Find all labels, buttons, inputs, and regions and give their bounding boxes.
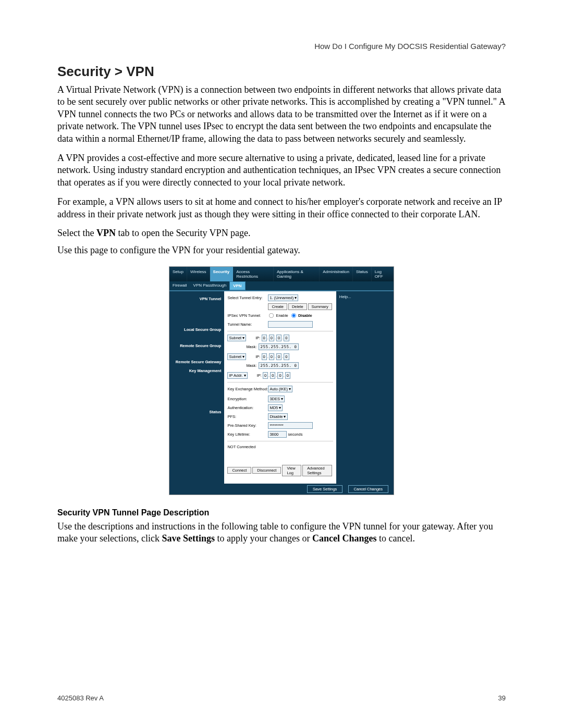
router-screenshot: Setup Wireless Security Access Restricti… [169,266,394,495]
pfs-label: PFS: [227,414,268,419]
tab-status[interactable]: Status [353,267,372,281]
desc-d: Cancel Changes [312,533,377,544]
key-exchange-select[interactable]: Auto (IKE) ▾ [268,386,292,392]
status-value: NOT Connected [227,445,255,449]
page-footer: 4025083 Rev A 39 [57,694,506,702]
footer-left: 4025083 Rev A [57,694,104,702]
delete-button[interactable]: Delete [288,303,307,310]
local-ip-input[interactable]: 0.0.0.0 [262,336,289,340]
ip-label-2: IP: [255,354,260,359]
label-remote-secure-gateway: Remote Secure Gateway [173,360,221,364]
bottom-bar: Save Settings Cancel Changes [169,484,394,495]
ipsec-disable-radio[interactable] [291,313,296,318]
tab-access-restrictions[interactable]: Access Restrictions [233,267,274,281]
p4-text-a: Select the [57,228,96,238]
p4-bold: VPN [96,228,116,238]
desc-b: Save Settings [162,533,215,544]
desc-c: to apply your changes or [215,533,312,544]
label-local-secure-group: Local Secure Group [173,327,221,332]
paragraph-4: Select the VPN tab to open the Security … [57,228,506,239]
panel: VPN Tunnel Local Secure Group Remote Sec… [169,291,394,484]
section-title: Security > VPN [57,64,506,80]
key-lifetime-input[interactable]: 3600 [268,431,287,438]
tunnel-name-label: Tunnel Name: [227,322,268,327]
encryption-label: Encryption: [227,397,268,401]
paragraph-1: A Virtual Private Network (VPN) is a con… [57,84,506,145]
main-tabs: Setup Wireless Security Access Restricti… [169,267,394,281]
tab-administration[interactable]: Administration [320,267,353,281]
tab-setup[interactable]: Setup [169,267,187,281]
select-tunnel-entry[interactable]: 1. (Unnamed) ▾ [268,294,298,301]
ip-label: IP: [255,336,260,340]
tab-security[interactable]: Security [210,267,234,281]
description-paragraph: Use the descriptions and instructions in… [57,521,506,545]
psk-input[interactable]: ********* [268,422,313,429]
select-tunnel-entry-label: Select Tunnel Entry: [227,295,268,300]
tunnel-name-input[interactable] [268,321,313,328]
page-number: 39 [498,694,506,702]
connect-button[interactable]: Connect [227,467,251,474]
ipsec-enable-radio[interactable] [269,313,274,318]
key-lifetime-label: Key Lifetime: [227,432,268,437]
auth-label: Authentication: [227,405,268,410]
remote-group-type[interactable]: Subnet ▾ [227,353,246,360]
disable-label: Disable [298,313,312,318]
label-key-management: Key Management [173,368,221,373]
gateway-type[interactable]: IP Addr. ▾ [227,372,247,379]
help-panel: Help... [336,291,394,484]
subtab-firewall[interactable]: Firewall [169,281,190,290]
summary-button[interactable]: Summary [308,303,332,310]
remote-mask-input[interactable]: 255.255.255. 0 [259,362,298,369]
seconds-label: seconds [288,432,302,437]
sub-tabs: Firewall VPN Passthrough VPN [169,281,394,291]
local-mask-input[interactable]: 255.255.255. 0 [259,343,298,350]
psk-label: Pre-Shared Key: [227,423,268,428]
create-button[interactable]: Create [268,303,287,310]
cancel-changes-button[interactable]: Cancel Changes [348,485,388,493]
save-settings-button[interactable]: Save Settings [307,485,342,493]
key-exchange-label: Key Exchange Method: [227,387,268,391]
paragraph-2: A VPN provides a cost-effective and more… [57,152,506,189]
sub-heading: Security VPN Tunnel Page Description [57,508,506,517]
tab-wireless[interactable]: Wireless [187,267,210,281]
ip-label-3: IP: [257,373,262,378]
form-area: Select Tunnel Entry: 1. (Unnamed) ▾ Crea… [224,291,336,484]
pfs-select[interactable]: Disable ▾ [268,413,287,420]
subtab-vpn-passthrough[interactable]: VPN Passthrough [190,281,230,290]
subtab-vpn[interactable]: VPN [229,281,245,290]
label-remote-secure-group: Remote Secure Group [173,343,221,348]
ipsec-label: IPSec VPN Tunnel: [227,313,268,318]
running-header: How Do I Configure My DOCSIS Residential… [57,42,506,51]
gateway-ip-input[interactable]: 0.0.0.0 [263,373,290,378]
advanced-settings-button[interactable]: Advanced Settings [302,465,332,476]
p4-text-c: tab to open the Security VPN page. [116,228,251,238]
enable-label: Enable [276,313,288,318]
paragraph-5: Use this page to configure the VPN for y… [57,245,506,256]
view-log-button[interactable]: View Log [282,465,301,476]
mask-label-1: Mask: [227,344,256,349]
document-page: How Do I Configure My DOCSIS Residential… [0,0,563,728]
desc-e: to cancel. [376,533,414,544]
disconnect-button[interactable]: Disconnect [252,467,281,474]
help-link[interactable]: Help... [339,294,351,299]
paragraph-3: For example, a VPN allows users to sit a… [57,196,506,220]
remote-ip-input[interactable]: 0.0.0.0 [262,354,289,359]
tab-logoff[interactable]: Log OFF [372,267,394,281]
auth-select[interactable]: MD5 ▾ [268,404,283,411]
label-vpn-tunnel: VPN Tunnel [173,297,221,301]
local-group-type[interactable]: Subnet ▾ [227,335,246,341]
label-status: Status [173,410,221,414]
mask-label-2: Mask: [227,363,256,368]
left-nav-labels: VPN Tunnel Local Secure Group Remote Sec… [169,291,224,484]
encryption-select[interactable]: 3DES ▾ [268,396,285,402]
tab-apps-gaming[interactable]: Applications & Gaming [274,267,320,281]
